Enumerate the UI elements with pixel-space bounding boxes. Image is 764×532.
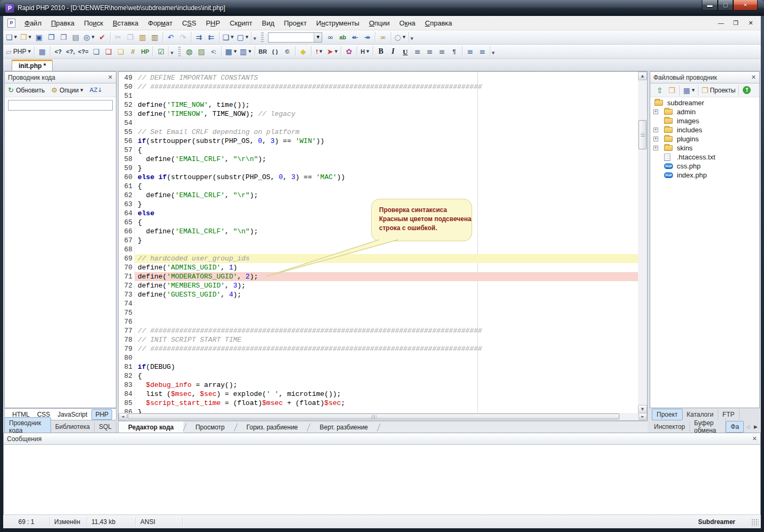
code-line-79[interactable]: 79// ###################################…	[119, 344, 639, 353]
save-as-button[interactable]: ❐	[57, 31, 70, 43]
vertical-scrollbar[interactable]: ▲ ▼	[638, 72, 647, 413]
line-break-button[interactable]: BR	[257, 46, 269, 57]
code-line-60[interactable]: 60else if(strtoupper(substr(PHP_OS, 0, 3…	[119, 173, 639, 182]
image-button[interactable]: ▨	[195, 46, 207, 57]
sort-az-icon[interactable]: AZ↓	[89, 87, 102, 94]
code-line-73[interactable]: 73define('GUESTS_UGID', 4);	[119, 290, 639, 299]
combo-dropdown-icon[interactable]: ▼	[314, 33, 322, 42]
undo-button[interactable]: ↶	[165, 31, 177, 43]
scroll-up-icon[interactable]: ▲	[638, 72, 647, 80]
up-level-button[interactable]: ⇧	[653, 85, 666, 96]
menu-item-7[interactable]: Скрипт	[225, 18, 257, 29]
horizontal-scroll-thumb[interactable]	[128, 413, 619, 419]
menu-item-12[interactable]: Окна	[394, 18, 420, 29]
menu-item-8[interactable]: Вид	[257, 18, 279, 29]
code-line-83[interactable]: 83 $debug_info = array();	[119, 381, 639, 390]
paragraph-button[interactable]: ¶	[448, 46, 460, 57]
outdent-button[interactable]: ⇇	[205, 31, 217, 43]
italic-button[interactable]: I	[387, 46, 399, 57]
code-editor[interactable]: 49// DEFINE IMPORTANT CONSTANTS50// ####…	[118, 71, 648, 421]
code-line-58[interactable]: 58 define('EMAIL_CRLF', "\r\n");	[119, 155, 639, 164]
code-line-55[interactable]: 55// Set Email CRLF depending on platfor…	[119, 128, 639, 137]
scroll-right-icon[interactable]: ►	[639, 413, 647, 420]
standard-toolbar-overflow[interactable]: ▼	[251, 32, 258, 43]
html-php-button[interactable]: HP	[139, 46, 151, 57]
bullet-list-button[interactable]: ≡	[464, 46, 476, 57]
maximize-button[interactable]: ▢	[718, 0, 733, 11]
align-left-button[interactable]: ≡	[412, 46, 424, 57]
snippets-button[interactable]: ▦	[36, 46, 48, 57]
resize-grip[interactable]	[751, 519, 759, 526]
redo-button[interactable]: ↷	[177, 31, 189, 43]
include-button[interactable]: ❏	[90, 46, 102, 57]
minimize-button[interactable]: ▬	[702, 0, 718, 11]
save-all-button[interactable]: ❐	[45, 31, 57, 43]
code-line-81[interactable]: 81if(DEBUG)	[119, 362, 639, 371]
code-explorer-filter-input[interactable]	[8, 100, 113, 111]
palette-button[interactable]: ✿	[343, 46, 355, 57]
expand-icon[interactable]: +	[653, 109, 658, 114]
tree-item-css.php[interactable]: PHPcss.php	[650, 162, 759, 171]
code-line-49[interactable]: 49// DEFINE IMPORTANT CONSTANTS	[119, 73, 639, 82]
close-button[interactable]: ✕	[733, 0, 758, 11]
align-center-button[interactable]: ≡	[424, 46, 436, 57]
code-line-50[interactable]: 50// ###################################…	[119, 82, 639, 91]
menu-item-4[interactable]: Формат	[143, 18, 177, 29]
php-tag-echo-button[interactable]: <?=	[77, 46, 90, 57]
bold-button[interactable]: B	[375, 46, 387, 57]
underline-button[interactable]: U	[399, 46, 412, 57]
save-button[interactable]: ▣	[33, 31, 45, 43]
close-messages-icon[interactable]: ✕	[752, 435, 757, 442]
left-tab-1[interactable]: Библиотека	[51, 421, 95, 432]
mdi-close-icon[interactable]: ✕	[746, 20, 755, 27]
table-button[interactable]: ▦▼	[223, 46, 238, 57]
hyperlink-button[interactable]: ◍	[183, 46, 195, 57]
language-tab-PHP[interactable]: PHP	[91, 409, 112, 420]
mdi-restore-icon[interactable]: ❐	[731, 20, 741, 27]
language-tab-JavaScript[interactable]: JavaScript	[54, 410, 90, 419]
code-line-54[interactable]: 54	[119, 119, 639, 128]
code-view[interactable]: 49// DEFINE IMPORTANT CONSTANTS50// ####…	[119, 72, 639, 413]
view-tab-2[interactable]: Гориз. разбиение	[237, 421, 308, 433]
menu-item-9[interactable]: Проект	[279, 18, 312, 29]
view-tab-1[interactable]: Просмотр	[186, 421, 234, 433]
code-line-80[interactable]: 80	[119, 353, 639, 362]
numbered-list-button[interactable]: ≡	[476, 46, 489, 57]
toolbar-grip[interactable]	[261, 32, 264, 42]
code-line-51[interactable]: 51	[119, 91, 639, 100]
code-line-82[interactable]: 82{	[119, 371, 639, 381]
nbsp-button[interactable]: ( )	[269, 46, 281, 57]
copyright-button[interactable]: ©	[281, 46, 293, 57]
vertical-scroll-thumb[interactable]	[639, 120, 647, 149]
server-script-button[interactable]: <:	[207, 46, 220, 57]
menu-item-10[interactable]: Инструменты	[312, 18, 364, 29]
code-line-74[interactable]: 74	[119, 299, 639, 308]
menu-item-13[interactable]: Справка	[420, 18, 457, 29]
code-line-75[interactable]: 75	[119, 308, 639, 317]
comment-button[interactable]: //	[127, 46, 139, 57]
paste-special-button[interactable]: ▥	[149, 31, 161, 43]
find-next-button[interactable]: ↠	[361, 31, 373, 43]
tree-item-images[interactable]: images	[650, 116, 759, 125]
expand-icon[interactable]: +	[653, 137, 658, 141]
find-previous-button[interactable]: ↞	[349, 31, 361, 43]
scroll-left-icon[interactable]: ◄	[119, 413, 127, 420]
tree-item-subdreamer[interactable]: subdreamer	[650, 98, 759, 107]
project-tab-0[interactable]: Проект	[652, 409, 683, 420]
tag-inspector-button[interactable]: ▢▼	[235, 31, 250, 43]
code-explorer-list[interactable]	[5, 113, 116, 400]
view-tab-3[interactable]: Верт. разбиение	[310, 421, 377, 433]
php-tag-comma-button[interactable]: <?,	[64, 46, 77, 57]
code-line-77[interactable]: 77// ###################################…	[119, 326, 639, 335]
close-panel-icon[interactable]: ✕	[751, 74, 756, 81]
find-toolbar-overflow[interactable]: ▼	[408, 32, 415, 43]
php-toolbar-overflow[interactable]: ▼	[168, 46, 175, 57]
right-tab-0[interactable]: Инспектор	[650, 421, 690, 432]
tab-init-php[interactable]: init.php *	[12, 60, 53, 71]
code-line-61[interactable]: 61{	[119, 182, 639, 191]
code-line-57[interactable]: 57{	[119, 146, 639, 155]
find-button[interactable]: ∞	[324, 31, 337, 43]
important-button[interactable]: !▼	[313, 46, 325, 57]
search-combo-input[interactable]	[268, 33, 314, 42]
tree-item-index.php[interactable]: PHPindex.php	[650, 171, 759, 180]
